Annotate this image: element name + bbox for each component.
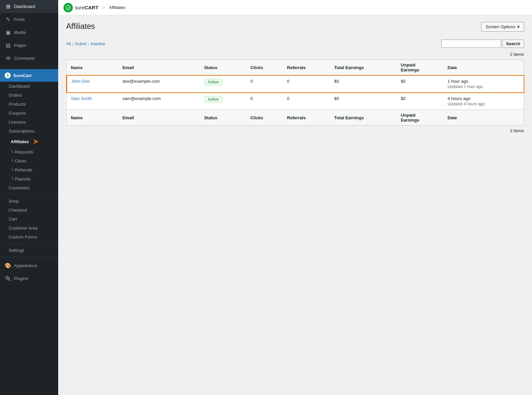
sidebar-item-appearance[interactable]: 🎨 Appearance [0, 259, 58, 272]
cell-unpaid-earnings: $0 [397, 93, 444, 110]
search-button[interactable]: Search [502, 40, 524, 48]
items-count-top: 2 items [66, 52, 524, 57]
sidebar-item-posts[interactable]: ✎ Posts [0, 13, 58, 26]
cell-referrals: 0 [283, 93, 330, 110]
sidebar-item-plugins[interactable]: 🔌 Plugins [0, 272, 58, 285]
affiliate-name-link[interactable]: Sam Smith [71, 96, 92, 101]
col-footer-status: Status [200, 110, 246, 126]
sidebar-item-requests[interactable]: └ Requests [0, 148, 58, 156]
surecart-logo: sureCART [64, 3, 98, 12]
cell-unpaid-earnings: $0 [397, 75, 444, 93]
appearance-icon: 🎨 [5, 262, 11, 269]
sidebar-item-settings[interactable]: Settings [0, 246, 58, 255]
media-icon: ▣ [5, 29, 11, 36]
breadcrumb-separator: > [102, 5, 105, 10]
sidebar-item-custom-forms[interactable]: Custom Forms [0, 233, 58, 242]
cell-total-earnings: $0 [330, 93, 397, 110]
col-footer-date: Date [444, 110, 524, 126]
affiliate-name-link[interactable]: John Doe [71, 79, 90, 84]
status-badge: Active [204, 79, 222, 85]
table-row: John Doe doe@example.com Active 0 0 $0 $… [67, 75, 524, 93]
cell-date: 1 hour ago Updated 1 hour ago [444, 75, 524, 93]
col-header-date: Date [444, 60, 524, 75]
cell-email: doe@example.com [118, 75, 200, 93]
cell-clicks: 0 [246, 93, 283, 110]
col-footer-unpaid-earnings: UnpaidEarnings [397, 110, 444, 126]
screen-options-button[interactable]: Screen Options ▾ [481, 22, 524, 32]
logo-icon [64, 3, 73, 12]
col-footer-clicks: Clicks [246, 110, 283, 126]
table-header-row: Name Email Status Clicks Referrals Total… [67, 60, 524, 75]
page-title: Affiliates [66, 22, 95, 31]
cell-email: sam@example.com [118, 93, 200, 110]
sidebar-item-referrals[interactable]: └ Referrals [0, 165, 58, 174]
table-row: Sam Smith sam@example.com Active 0 0 $0 … [67, 93, 524, 110]
sidebar-item-products[interactable]: Products [0, 100, 58, 109]
chevron-down-icon: ▾ [517, 24, 520, 29]
filter-links: All | Active | Inactive [66, 41, 105, 46]
sidebar-item-cart[interactable]: Cart [0, 215, 58, 224]
filter-inactive[interactable]: Inactive [90, 41, 105, 46]
search-area: Search [441, 40, 524, 48]
affiliates-arrow-icon: ➤ [33, 138, 39, 146]
svg-point-0 [66, 5, 70, 10]
sidebar-item-media[interactable]: ▣ Media [0, 26, 58, 39]
status-badge: Active [204, 96, 222, 103]
sidebar-item-orders[interactable]: Orders [0, 91, 58, 100]
col-footer-email: Email [118, 110, 200, 126]
col-footer-total-earnings: Total Earnings [330, 110, 397, 126]
items-count-bottom: 2 items [66, 128, 524, 133]
page-content: Affiliates Screen Options ▾ All | Active… [58, 15, 532, 395]
cell-total-earnings: $0 [330, 75, 397, 93]
affiliates-table: Name Email Status Clicks Referrals Total… [66, 59, 524, 126]
sidebar-item-coupons[interactable]: Coupons [0, 109, 58, 118]
col-footer-referrals: Referrals [283, 110, 330, 126]
cell-referrals: 0 [283, 75, 330, 93]
filter-bar: All | Active | Inactive Search [66, 40, 524, 48]
sidebar-item-checkout[interactable]: Checkout [0, 206, 58, 215]
search-input[interactable] [441, 40, 501, 48]
sidebar-item-clicks[interactable]: └ Clicks [0, 156, 58, 165]
breadcrumb-current: Affiliates [109, 5, 125, 10]
posts-icon: ✎ [5, 16, 11, 23]
col-header-status: Status [200, 60, 246, 75]
sidebar-item-pages[interactable]: ▤ Pages [0, 39, 58, 52]
table-footer-row: Name Email Status Clicks Referrals Total… [67, 110, 524, 126]
sidebar: ⊞ Dashboard ✎ Posts ▣ Media ▤ Pages ✉ Co… [0, 0, 58, 395]
sidebar-item-licenses[interactable]: Licenses [0, 118, 58, 127]
filter-active[interactable]: Active [75, 41, 86, 46]
pages-icon: ▤ [5, 42, 11, 49]
topbar: sureCART > Affiliates [58, 0, 532, 15]
brand-name: sureCART [75, 5, 98, 10]
cell-clicks: 0 [246, 75, 283, 93]
col-header-referrals: Referrals [283, 60, 330, 75]
main-content: sureCART > Affiliates Affiliates Screen … [58, 0, 532, 395]
sidebar-item-affiliates[interactable]: Affiliates ➤ [0, 136, 58, 148]
cell-status: Active [200, 93, 246, 110]
plugins-icon: 🔌 [5, 275, 11, 282]
sidebar-item-payouts[interactable]: └ Payouts [0, 174, 58, 183]
col-header-unpaid-earnings: UnpaidEarnings [397, 60, 444, 75]
page-header: Affiliates Screen Options ▾ [66, 22, 524, 34]
comments-icon: ✉ [5, 55, 11, 61]
cell-status: Active [200, 75, 246, 93]
sidebar-item-subscriptions[interactable]: Subscriptions [0, 127, 58, 136]
cell-date: 4 hours ago Updated 4 hours ago [444, 93, 524, 110]
dashboard-icon: ⊞ [5, 3, 11, 10]
sidebar-item-customers[interactable]: Customers [0, 183, 58, 192]
col-footer-name: Name [67, 110, 119, 126]
surecart-icon: S [5, 72, 11, 78]
sidebar-item-comments[interactable]: ✉ Comments [0, 52, 58, 65]
col-header-total-earnings: Total Earnings [330, 60, 397, 75]
sidebar-item-dashboard[interactable]: ⊞ Dashboard [0, 0, 58, 13]
cell-name: John Doe [67, 75, 119, 93]
cell-name: Sam Smith [67, 93, 119, 110]
col-header-clicks: Clicks [246, 60, 283, 75]
sidebar-item-shop[interactable]: Shop [0, 197, 58, 206]
filter-all[interactable]: All [66, 41, 71, 46]
sidebar-item-sc-dashboard[interactable]: Dashboard [0, 82, 58, 91]
col-header-name: Name [67, 60, 119, 75]
sidebar-item-customer-area[interactable]: Customer Area [0, 224, 58, 233]
sidebar-item-surecart[interactable]: S SureCart [0, 69, 58, 82]
col-header-email: Email [118, 60, 200, 75]
